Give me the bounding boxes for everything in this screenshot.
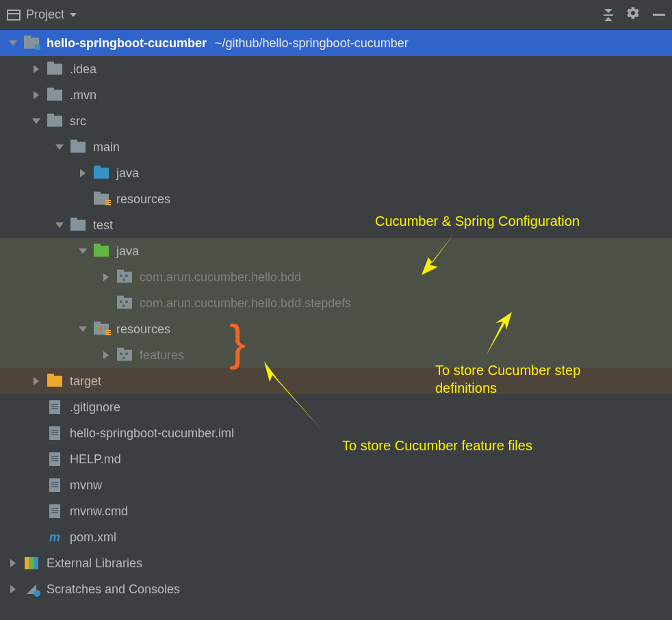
tree-item-main-java[interactable]: java <box>0 160 672 186</box>
annotation-features: To store Cucumber feature files <box>342 437 532 454</box>
tree-label: mvnw <box>70 478 102 493</box>
tree-label: target <box>70 374 101 389</box>
tree-label: pom.xml <box>70 530 116 545</box>
test-resources-folder-icon <box>94 324 109 335</box>
tree-item-iml[interactable]: hello-springboot-cucumber.iml <box>0 420 672 446</box>
tree-label: features <box>140 348 184 363</box>
tree-label: main <box>93 140 120 155</box>
scratches-icon <box>27 584 36 594</box>
tree-label: External Libraries <box>47 556 142 571</box>
tree-item-test-java[interactable]: java <box>0 238 672 264</box>
dropdown-arrow-icon[interactable] <box>70 13 77 17</box>
file-icon <box>49 452 60 466</box>
tree-label: test <box>93 218 113 233</box>
tree-label: .mvn <box>70 88 96 103</box>
toolbar-title[interactable]: Project <box>26 8 64 22</box>
package-icon <box>117 298 132 309</box>
tree-item-main-resources[interactable]: resources <box>0 186 672 212</box>
test-source-folder-icon <box>94 246 109 257</box>
project-view-icon <box>7 10 21 21</box>
tree-path: ~/github/hello-springboot-cucumber <box>215 36 409 51</box>
tree-item-scratches[interactable]: Scratches and Consoles <box>0 576 672 602</box>
annotation-stepdefs: To store Cucumber stepdefinitions <box>435 361 580 397</box>
tree-label: mvnw.cmd <box>70 504 128 519</box>
tree-label: java <box>116 244 139 259</box>
folder-icon <box>70 142 86 153</box>
libraries-icon <box>29 557 34 569</box>
minimize-icon[interactable] <box>653 14 665 16</box>
tree-item-src[interactable]: src <box>0 108 672 134</box>
tree-label: hello-springboot-cucumber.iml <box>70 426 234 441</box>
tree-item-pom[interactable]: m pom.xml <box>0 524 672 550</box>
tree-label: com.arun.cucumber.hello.bdd.stepdefs <box>140 296 351 311</box>
file-icon <box>49 478 60 492</box>
annotation-config: Cucumber & Spring Configuration <box>375 212 580 230</box>
tree-item-idea[interactable]: .idea <box>0 56 672 82</box>
folder-icon <box>70 220 86 231</box>
toolbar: Project <box>0 0 672 30</box>
resources-folder-icon <box>94 194 109 205</box>
tree-label: java <box>116 166 139 181</box>
project-tree: hello-springboot-cucumber ~/github/hello… <box>0 30 672 602</box>
arrow-annotation-icon <box>253 354 335 437</box>
tree-item-help[interactable]: HELP.md <box>0 446 672 472</box>
tree-label: HELP.md <box>70 452 121 467</box>
folder-icon <box>47 116 62 127</box>
folder-icon <box>47 90 62 101</box>
collapse-all-icon[interactable] <box>604 9 613 21</box>
tree-label: hello-springboot-cucumber <box>47 36 207 51</box>
tree-item-mvnwcmd[interactable]: mvnw.cmd <box>0 498 672 524</box>
maven-xml-icon: m <box>49 530 60 545</box>
tree-item-mvn[interactable]: .mvn <box>0 82 672 108</box>
arrow-annotation-icon <box>472 308 520 363</box>
tree-item-external-libraries[interactable]: External Libraries <box>0 550 672 576</box>
excluded-folder-icon <box>47 376 62 387</box>
file-icon <box>49 400 60 414</box>
tree-item-root[interactable]: hello-springboot-cucumber ~/github/hello… <box>0 30 672 56</box>
folder-icon <box>47 64 62 75</box>
tree-item-main[interactable]: main <box>0 134 672 160</box>
tree-item-mvnw[interactable]: mvnw <box>0 472 672 498</box>
tree-label: resources <box>116 192 170 207</box>
package-icon <box>117 272 132 283</box>
tree-label: resources <box>116 322 170 337</box>
arrow-annotation-icon <box>416 227 464 282</box>
module-root-icon <box>24 38 39 49</box>
source-folder-icon <box>94 168 109 179</box>
tree-label: src <box>70 114 86 129</box>
brace-annotation: } <box>229 318 246 367</box>
tree-label: .gitignore <box>70 400 120 415</box>
folder-icon <box>117 350 132 361</box>
tree-item-pkg-bdd[interactable]: com.arun.cucumber.hello.bdd <box>0 264 672 290</box>
tree-item-test-resources[interactable]: resources <box>0 316 672 342</box>
gear-icon[interactable] <box>625 5 641 24</box>
tree-label: .idea <box>70 62 96 77</box>
tree-item-gitignore[interactable]: .gitignore <box>0 394 672 420</box>
file-icon <box>49 504 60 518</box>
tree-item-pkg-stepdefs[interactable]: com.arun.cucumber.hello.bdd.stepdefs <box>0 290 672 316</box>
file-icon <box>49 426 60 440</box>
tree-label: Scratches and Consoles <box>47 582 180 597</box>
tree-label: com.arun.cucumber.hello.bdd <box>140 270 301 285</box>
